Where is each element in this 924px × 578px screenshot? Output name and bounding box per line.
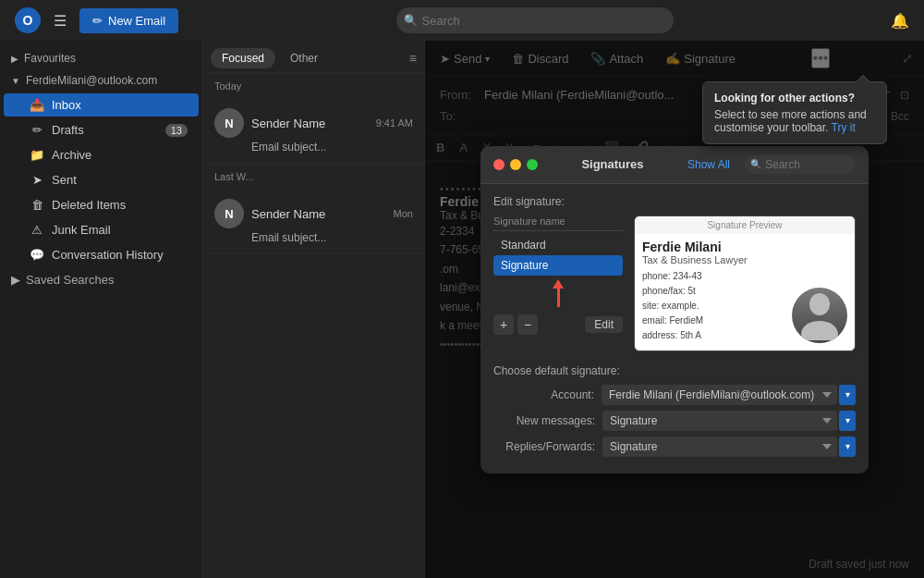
chevron-right-icon: ▶	[11, 54, 18, 64]
sidebar-item-conversation[interactable]: 💬 Conversation History	[4, 243, 199, 266]
sig-list-actions: + − Edit	[493, 314, 623, 335]
maximize-button[interactable]	[527, 159, 538, 170]
edit-sig-label: Edit signature:	[493, 195, 856, 208]
drafts-icon: ✏	[30, 123, 44, 137]
filter-tabs: Focused Other ≡	[203, 41, 424, 73]
list-item[interactable]: N Sender Name Mon Email subject...	[203, 190, 424, 254]
email-list-pane: Focused Other ≡ Today N Sender Name 9:41…	[203, 41, 425, 578]
sidebar-account[interactable]: ▼ FerdieMilani@outlook.com	[0, 68, 202, 92]
app-icon: O	[15, 7, 41, 33]
sig-preview-photo	[792, 288, 847, 343]
avatar: N	[214, 199, 244, 228]
new-messages-select-btn[interactable]: ▾	[839, 411, 856, 431]
date-today: Today	[203, 73, 424, 99]
conversation-icon: 💬	[30, 248, 44, 262]
new-email-button[interactable]: ✏ New Email	[79, 8, 178, 33]
sig-preview-pane: Signature Preview Ferdie Milani Tax & Bu…	[634, 215, 856, 351]
deleted-icon: 🗑	[30, 198, 44, 212]
sig-list: Signature name Standard Signature + −	[493, 215, 623, 351]
top-bar: O ☰ ✏ New Email 🔍 🔔	[0, 0, 924, 41]
modal-search-icon: 🔍	[750, 159, 761, 169]
date-last-week: Last W...	[203, 164, 424, 190]
top-bar-left: O ☰ ✏ New Email	[15, 7, 178, 33]
avatar: N	[214, 108, 244, 138]
minimize-button[interactable]	[510, 159, 521, 170]
compose-icon: ✏	[92, 14, 103, 28]
new-messages-select[interactable]: Signature	[602, 411, 837, 431]
search-icon: 🔍	[404, 14, 418, 27]
sig-item-standard[interactable]: Standard	[493, 235, 623, 255]
sidebar-favourites[interactable]: ▶ Favourites	[0, 48, 202, 68]
replies-select-btn[interactable]: ▾	[839, 437, 856, 457]
sidebar-item-archive[interactable]: 📁 Archive	[4, 143, 199, 166]
tab-focused[interactable]: Focused	[211, 48, 275, 68]
notification-icon[interactable]: 🔔	[891, 12, 909, 30]
sidebar-item-drafts[interactable]: ✏ Drafts 13	[4, 118, 199, 141]
signatures-modal: Signatures Show All 🔍 Edit signature: Si…	[480, 146, 869, 473]
remove-sig-button[interactable]: −	[517, 314, 538, 335]
email-compose-pane: ➤ Send ▾ 🗑 Discard 📎 Attach ✍ Signature …	[425, 41, 924, 578]
tooltip-body: Select to see more actions and customise…	[714, 108, 875, 134]
replies-select[interactable]: Signature	[602, 437, 837, 457]
sidebar: ▶ Favourites ▼ FerdieMilani@outlook.com …	[0, 41, 203, 578]
junk-icon: ⚠	[30, 223, 44, 237]
chevron-down-icon: ▼	[11, 76, 20, 86]
close-button[interactable]	[493, 159, 505, 170]
sig-editor-area: Signature name Standard Signature + −	[493, 215, 856, 351]
sidebar-item-junk[interactable]: ⚠ Junk Email	[4, 218, 199, 241]
search-input[interactable]	[396, 7, 674, 33]
try-it-link[interactable]: Try it	[832, 121, 856, 134]
red-arrow	[493, 279, 623, 307]
account-row: Account: Ferdie Milani (FerdieMilani@out…	[493, 385, 856, 405]
account-select[interactable]: Ferdie Milani (FerdieMilani@outlook.com)	[602, 385, 837, 405]
show-all-button[interactable]: Show All	[687, 158, 730, 171]
modal-titlebar: Signatures Show All 🔍	[480, 146, 869, 184]
archive-icon: 📁	[30, 148, 44, 162]
drafts-badge: 13	[165, 124, 188, 137]
default-sig-section: Choose default signature: Account: Ferdi…	[493, 364, 856, 457]
account-select-btn[interactable]: ▾	[839, 385, 856, 405]
sidebar-item-deleted[interactable]: 🗑 Deleted Items	[4, 193, 199, 216]
main-layout: ▶ Favourites ▼ FerdieMilani@outlook.com …	[0, 41, 924, 578]
tab-other[interactable]: Other	[279, 48, 329, 68]
modal-search: 🔍	[745, 155, 856, 174]
replies-row: Replies/Forwards: Signature ▾	[493, 437, 856, 457]
filter-icon[interactable]: ≡	[409, 51, 417, 66]
modal-body: Edit signature: Signature name Standard …	[480, 184, 869, 473]
sig-list-header: Signature name	[493, 215, 623, 231]
search-wrap: 🔍	[396, 7, 674, 33]
inbox-icon: 📥	[30, 98, 44, 112]
svg-point-0	[809, 293, 830, 315]
modal-search-input[interactable]	[745, 155, 856, 174]
new-messages-row: New messages: Signature ▾	[493, 411, 856, 431]
svg-point-1	[801, 321, 838, 340]
traffic-lights	[493, 159, 538, 170]
choose-default-label: Choose default signature:	[493, 364, 856, 377]
hamburger-button[interactable]: ☰	[50, 8, 70, 33]
tooltip-bubble: Looking for other actions? Select to see…	[702, 81, 887, 144]
modal-title: Signatures	[545, 157, 680, 171]
list-item[interactable]: N Sender Name 9:41 AM Email subject...	[203, 99, 424, 164]
sent-icon: ➤	[30, 173, 44, 187]
add-sig-button[interactable]: +	[493, 314, 514, 335]
sidebar-item-sent[interactable]: ➤ Sent	[4, 168, 199, 191]
sig-item-signature[interactable]: Signature	[493, 255, 623, 276]
top-bar-right: 🔔	[891, 12, 909, 30]
sidebar-item-inbox[interactable]: 📥 Inbox	[4, 93, 199, 117]
chevron-right-icon: ▶	[11, 273, 20, 287]
sidebar-saved-searches[interactable]: ▶ Saved Searches	[0, 267, 202, 292]
edit-sig-button[interactable]: Edit	[585, 316, 623, 333]
